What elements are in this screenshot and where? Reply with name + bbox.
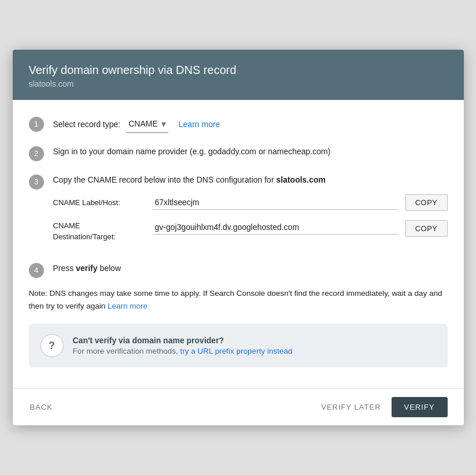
question-icon: ? [49,340,55,352]
step-3-number: 3 [29,175,44,190]
step-4-prefix: Press [53,264,76,273]
back-button[interactable]: BACK [29,399,54,415]
verify-button[interactable]: VERIFY [392,397,448,417]
note-text: Note: DNS changes may take some time to … [29,287,448,312]
step-2-row: 2 Sign in to your domain name provider (… [29,146,448,161]
step-2-content: Sign in to your domain name provider (e.… [53,146,448,158]
footer-left: BACK [29,399,54,415]
step-3-text-prefix: Copy the CNAME record below into the DNS… [53,175,276,184]
cant-verify-desc-prefix: For more verification methods, [73,347,180,355]
step-3-content: Copy the CNAME record below into the DNS… [53,174,448,250]
step-3-text: Copy the CNAME record below into the DNS… [53,174,448,186]
dialog-title: Verify domain ownership via DNS record [29,64,448,77]
step-3-row: 3 Copy the CNAME record below into the D… [29,174,448,250]
step-4-content: Press verify below [53,262,448,274]
step-1-label: Select record type: [53,118,121,131]
footer-right: VERIFY LATER VERIFY [320,397,447,417]
cname-label-host-label: CNAME Label/Host: [53,197,146,209]
step-4-suffix: below [98,264,121,273]
dialog-body: 1 Select record type: CNAME ▾ Learn more… [13,100,464,388]
step-1-content: Select record type: CNAME ▾ Learn more [53,116,448,133]
step-1-learn-more-link[interactable]: Learn more [179,118,220,131]
cname-label-host-input[interactable] [153,195,398,210]
dialog-subtitle: slatools.com [29,79,448,88]
cname-destination-row: CNAME Destination/Target: COPY [53,218,448,243]
dialog: Verify domain ownership via DNS record s… [13,50,464,425]
note-learn-more-link[interactable]: Learn more [108,302,147,310]
step-2-text: Sign in to your domain name provider (e.… [53,147,331,156]
cname-destination-input[interactable] [153,220,398,235]
note-prefix: Note: DNS changes may take some time to … [29,289,442,310]
step-1-inner: Select record type: CNAME ▾ Learn more [53,116,448,133]
verify-later-button[interactable]: VERIFY LATER [320,398,382,416]
cant-verify-box: ? Can't verify via domain name provider?… [29,324,448,368]
cant-verify-link[interactable]: try a URL prefix property instead [180,347,293,355]
step-2-number: 2 [29,146,44,161]
chevron-down-icon: ▾ [161,117,166,131]
cname-destination-label-line1: CNAME [53,221,80,230]
cname-destination-label: CNAME Destination/Target: [53,218,146,243]
cname-fields: CNAME Label/Host: COPY CNAME Destination… [53,194,448,243]
step-4-text: Press verify below [53,264,121,273]
record-type-dropdown[interactable]: CNAME ▾ [126,116,168,133]
step-4-number: 4 [29,263,44,278]
copy-destination-button[interactable]: COPY [405,220,448,237]
dialog-header: Verify domain ownership via DNS record s… [13,50,464,100]
step-4-bold: verify [76,264,97,273]
step-3-domain: slatools.com [276,175,326,184]
step-1-row: 1 Select record type: CNAME ▾ Learn more [29,116,448,133]
cname-label-host-row: CNAME Label/Host: COPY [53,194,448,211]
cant-verify-desc: For more verification methods, try a URL… [73,347,293,355]
copy-label-host-button[interactable]: COPY [405,194,448,211]
cname-destination-label-line2: Destination/Target: [53,232,116,241]
step-1-number: 1 [29,117,44,132]
record-type-value: CNAME [128,118,158,130]
cant-verify-content: Can't verify via domain name provider? F… [73,336,293,355]
question-icon-circle: ? [40,334,64,357]
cant-verify-title: Can't verify via domain name provider? [73,336,293,345]
dialog-footer: BACK VERIFY LATER VERIFY [13,388,464,425]
step-4-row: 4 Press verify below [29,262,448,278]
